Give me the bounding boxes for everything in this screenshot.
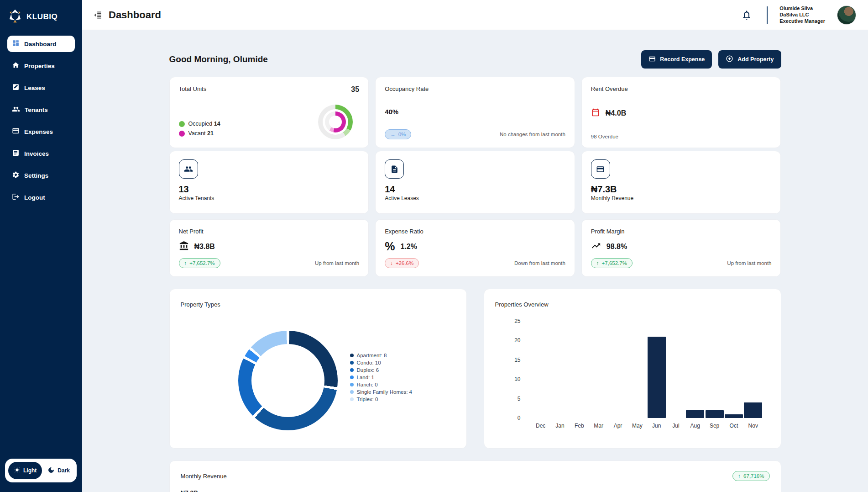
- sidebar-item-invoices[interactable]: Invoices: [7, 145, 75, 162]
- people-icon: [12, 105, 20, 115]
- donut-legend-item: Duplex: 6: [350, 367, 412, 373]
- klubiq-logo-icon: [7, 8, 23, 26]
- x-tick-label: Apr: [608, 423, 627, 429]
- profit-margin-note: Up from last month: [727, 260, 771, 266]
- card-title: Total Units: [179, 85, 207, 92]
- user-menu[interactable]: Olumide Silva DaSilva LLC Executive Mana…: [779, 5, 825, 24]
- monthly-revenue-bottom-value: ₦7.3B: [181, 489, 770, 492]
- trending-up-icon: [591, 241, 601, 253]
- net-profit-note: Up from last month: [315, 260, 359, 266]
- bar: [706, 410, 724, 418]
- card-title: Monthly Revenue: [181, 473, 227, 480]
- rent-overdue-note: 98 Overdue: [591, 134, 772, 139]
- legend-label: Triplex: 0: [357, 397, 378, 402]
- bar-chart-x-axis: DecJanFebMarAprMayJunJulAugSepOctNov: [531, 423, 763, 429]
- net-profit-card: Net Profit ₦3.8B ↑ +7,652.7%: [169, 219, 369, 277]
- record-expense-label: Record Expense: [660, 56, 705, 63]
- legend-label: Single Family Homes: 4: [357, 389, 412, 395]
- donut-legend-item: Condo: 10: [350, 360, 412, 365]
- y-tick-label: 0: [518, 415, 521, 421]
- property-types-card: Property Types Apartment: 8Condo: 10Dupl…: [169, 289, 467, 449]
- sidebar-item-label: Logout: [24, 194, 45, 201]
- y-tick-label: 5: [518, 396, 521, 402]
- expense-ratio-card: Expense Ratio % 1.2% ↓ +26.6% Down from …: [375, 219, 575, 277]
- user-name: Olumide Silva: [779, 5, 825, 11]
- y-tick-label: 15: [514, 357, 520, 363]
- bar: [648, 337, 666, 418]
- active-leases-label: Active Leases: [385, 195, 565, 201]
- donut-legend: Apartment: 8Condo: 10Duplex: 6Land: 1Ran…: [350, 353, 412, 402]
- monthly-revenue-card: ₦7.3B Monthly Revenue: [581, 151, 781, 214]
- donut-legend-item: Triplex: 0: [350, 397, 412, 402]
- sidebar-item-logout[interactable]: Logout: [7, 189, 75, 206]
- occupancy-trend-badge: → 0%: [385, 129, 411, 139]
- legend-dot: [350, 397, 354, 401]
- active-tenants-label: Active Tenants: [179, 195, 360, 201]
- expense-ratio-value: 1.2%: [400, 243, 417, 251]
- legend-label: Condo: 10: [357, 360, 381, 365]
- units-ring-chart: [318, 105, 353, 139]
- bar-slot: [724, 414, 743, 418]
- occupancy-rate-value: 40%: [385, 108, 565, 116]
- x-tick-label: Mar: [589, 423, 608, 429]
- collapse-sidebar-icon[interactable]: [93, 11, 102, 20]
- add-property-button[interactable]: Add Property: [718, 50, 781, 69]
- sidebar-item-tenants[interactable]: Tenants: [7, 101, 75, 118]
- record-expense-button[interactable]: Record Expense: [641, 50, 712, 69]
- greeting: Good Morning, Olumide: [169, 54, 268, 64]
- legend-dot: [350, 354, 354, 357]
- avatar[interactable]: [837, 5, 856, 25]
- x-tick-label: May: [627, 423, 647, 429]
- sidebar-item-settings[interactable]: Settings: [7, 167, 75, 184]
- sidebar-item-expenses[interactable]: Expenses: [7, 123, 75, 140]
- active-leases-value: 14: [385, 184, 565, 195]
- rent-overdue-card: Rent Overdue ₦4.0B 98 Overdue: [581, 77, 781, 148]
- user-company: DaSilva LLC: [779, 12, 825, 18]
- sidebar-item-label: Settings: [24, 172, 48, 179]
- active-tenants-value: 13: [179, 184, 360, 195]
- wallet-card-icon: [12, 127, 20, 136]
- theme-dark-button[interactable]: Dark: [42, 462, 75, 479]
- flat-arrow-icon: →: [390, 132, 396, 137]
- legend-dot: [350, 361, 354, 365]
- main-content: Good Morning, Olumide Record Expense Add…: [82, 30, 868, 492]
- up-arrow-icon: ↑: [738, 473, 741, 479]
- legend-label: Ranch: 0: [357, 382, 378, 387]
- credit-card-icon-box: [591, 159, 610, 179]
- card-title: Expense Ratio: [385, 228, 565, 235]
- brand-name: KLUBIQ: [26, 12, 58, 21]
- legend-label: Duplex: 6: [357, 367, 379, 373]
- x-tick-label: Jul: [666, 423, 685, 429]
- sidebar-item-leases[interactable]: Leases: [7, 79, 75, 96]
- tenants-icon-box: [179, 159, 198, 179]
- sidebar-item-properties[interactable]: Properties: [7, 58, 75, 74]
- x-tick-label: Aug: [685, 423, 705, 429]
- bar-slot: [685, 410, 705, 418]
- calendar-icon: [591, 108, 600, 119]
- gear-icon: [12, 171, 20, 180]
- invoice-icon: [12, 149, 20, 158]
- profit-margin-trend-badge: ↑ +7,652.7%: [591, 258, 633, 268]
- monthly-revenue-value: ₦7.3B: [591, 184, 772, 195]
- donut-legend-item: Single Family Homes: 4: [350, 389, 412, 395]
- bar-chart-plot: [531, 321, 763, 418]
- occupied-legend: Occupied 14: [179, 121, 220, 127]
- user-role: Executive Manager: [779, 18, 825, 24]
- bar: [725, 414, 743, 418]
- sidebar-item-label: Expenses: [24, 128, 53, 135]
- monthly-revenue-trend-badge: ↑ 67,716%: [732, 471, 769, 481]
- card-icon: [648, 55, 656, 64]
- property-types-donut-chart: [238, 331, 338, 430]
- theme-light-button[interactable]: Light: [8, 462, 42, 479]
- legend-dot: [350, 368, 354, 372]
- dashboard-grid-icon: [12, 39, 20, 48]
- x-tick-label: Sep: [705, 423, 724, 429]
- profit-margin-value: 98.8%: [607, 243, 627, 251]
- chart-title: Properties Overview: [495, 301, 549, 308]
- net-profit-trend-badge: ↑ +7,652.7%: [179, 258, 220, 268]
- card-title: Profit Margin: [591, 228, 772, 235]
- header: Dashboard Olumide Silva DaSilva LLC Exec…: [82, 0, 868, 30]
- sidebar-item-dashboard[interactable]: Dashboard: [7, 36, 75, 52]
- legend-label: Land: 1: [357, 375, 374, 380]
- notifications-bell-icon[interactable]: [741, 10, 752, 21]
